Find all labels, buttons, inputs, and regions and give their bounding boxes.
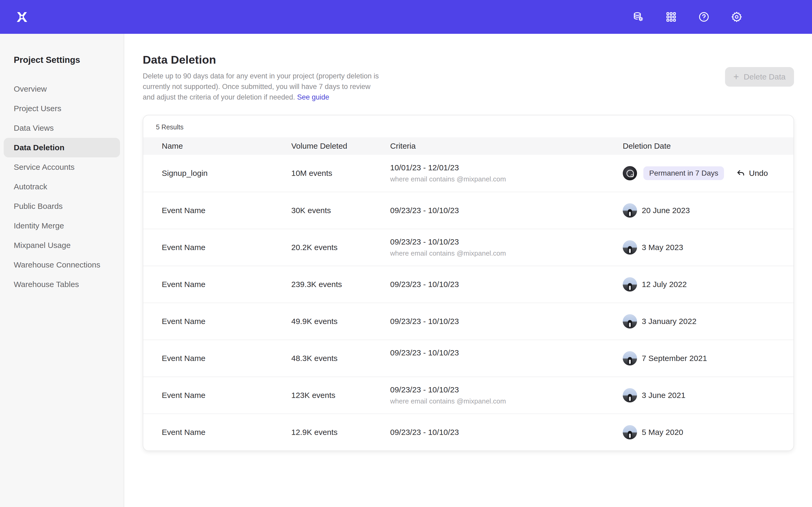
deletion-date-text: 3 January 2022 [642, 317, 697, 326]
undo-button[interactable]: Undo [736, 169, 768, 178]
volume-deleted-cell: 123K events [291, 391, 390, 400]
delete-data-button[interactable]: + Delete Data [725, 67, 794, 87]
undo-icon [736, 169, 745, 178]
table-row: Event Name 48.3K events 09/23/23 - 10/10… [143, 340, 794, 377]
mixpanel-logo[interactable]: X [13, 8, 31, 26]
criteria-date-range: 09/23/23 - 10/10/23 [390, 279, 623, 290]
deletion-date-text: 20 June 2023 [642, 206, 690, 215]
criteria-cell: 09/23/23 - 10/10/23 where email contains… [390, 385, 623, 406]
avatar [623, 240, 637, 255]
volume-deleted-cell: 10M events [291, 169, 390, 178]
column-header-deletion-date: Deletion Date [623, 142, 794, 151]
sidebar-item-identity-merge[interactable]: Identity Merge [4, 216, 120, 235]
criteria-date-range: 10/01/23 - 12/01/23 [390, 162, 623, 173]
avatar [623, 388, 637, 402]
avatar [623, 351, 637, 365]
avatar [623, 203, 637, 218]
see-guide-link[interactable]: See guide [297, 93, 329, 101]
deletion-date-cell: 5 May 2020 [623, 425, 794, 439]
topbar-icon-group [632, 0, 743, 34]
volume-deleted-cell: 20.2K events [291, 243, 390, 252]
deletion-date-cell: 7 September 2021 [623, 351, 794, 365]
deletion-date-cell: 3 May 2023 [623, 240, 794, 255]
deletion-date-text: 7 September 2021 [642, 354, 707, 363]
criteria-cell: 09/23/23 - 10/10/23 [390, 316, 623, 327]
sidebar-item-project-users[interactable]: Project Users [4, 99, 120, 118]
criteria-cell: 10/01/23 - 12/01/23 where email contains… [390, 162, 623, 184]
event-name-cell: Event Name [143, 354, 291, 363]
criteria-cell: 09/23/23 - 10/10/23 where email contains… [390, 237, 623, 258]
deletion-date-text: 12 July 2022 [642, 280, 687, 289]
sidebar-item-warehouse-tables[interactable]: Warehouse Tables [4, 275, 120, 294]
page-header: Data Deletion Delete up to 90 days data … [124, 34, 812, 103]
event-name-cell: Event Name [143, 243, 291, 252]
sidebar-item-warehouse-connections[interactable]: Warehouse Connections [4, 255, 120, 275]
avatar [623, 166, 637, 180]
apps-grid-icon[interactable] [665, 11, 677, 23]
table-row: Event Name 49.9K events 09/23/23 - 10/10… [143, 302, 794, 340]
criteria-cell: 09/23/23 - 10/10/23 [390, 347, 623, 369]
criteria-date-range: 09/23/23 - 10/10/23 [390, 237, 623, 247]
sidebar-item-public-boards[interactable]: Public Boards [4, 196, 120, 216]
avatar [623, 425, 637, 439]
main-content: Data Deletion Delete up to 90 days data … [124, 34, 812, 507]
page-title: Data Deletion [143, 53, 794, 66]
sidebar-item-data-views[interactable]: Data Views [4, 118, 120, 138]
undo-label: Undo [749, 169, 768, 178]
table-row: Event Name 12.9K events 09/23/23 - 10/10… [143, 413, 794, 450]
sidebar-heading: Project Settings [0, 34, 124, 65]
column-header-name: Name [143, 142, 291, 151]
deletion-date-cell: 12 July 2022 [623, 277, 794, 291]
table-body: Signup_login 10M events 10/01/23 - 12/01… [143, 155, 794, 450]
page-description: Delete up to 90 days data for any event … [143, 71, 382, 103]
deletion-requests-card: 5 Results Name Volume Deleted Criteria D… [143, 115, 794, 451]
column-header-volume: Volume Deleted [291, 142, 390, 151]
status-badge: Permanent in 7 Days [643, 166, 724, 180]
criteria-cell: 09/23/23 - 10/10/23 [390, 279, 623, 290]
deletion-date-cell: 20 June 2023 [623, 203, 794, 218]
table-row: Event Name 20.2K events 09/23/23 - 10/10… [143, 229, 794, 266]
criteria-where-clause: where email contains @mixpanel.com [390, 396, 623, 406]
sidebar-item-mixpanel-usage[interactable]: Mixpanel Usage [4, 235, 120, 255]
criteria-cell: 09/23/23 - 10/10/23 [390, 205, 623, 216]
data-management-icon[interactable] [632, 11, 645, 23]
criteria-date-range: 09/23/23 - 10/10/23 [390, 427, 623, 438]
results-count: 5 Results [143, 115, 794, 137]
criteria-date-range: 09/23/23 - 10/10/23 [390, 316, 623, 327]
volume-deleted-cell: 239.3K events [291, 280, 390, 289]
criteria-where-clause [390, 359, 623, 369]
deletion-date-text: 3 June 2021 [642, 391, 686, 400]
criteria-date-range: 09/23/23 - 10/10/23 [390, 347, 623, 358]
sidebar-item-overview[interactable]: Overview [4, 79, 120, 99]
criteria-cell: 09/23/23 - 10/10/23 [390, 427, 623, 438]
volume-deleted-cell: 30K events [291, 206, 390, 215]
table-column-headers: Name Volume Deleted Criteria Deletion Da… [143, 137, 794, 155]
sidebar-item-autotrack[interactable]: Autotrack [4, 177, 120, 196]
deletion-date-cell: 3 June 2021 [623, 388, 794, 402]
avatar [623, 314, 637, 329]
criteria-where-clause: where email contains @mixpanel.com [390, 174, 623, 184]
plus-icon: + [733, 72, 739, 81]
project-settings-sidebar: Project Settings OverviewProject UsersDa… [0, 34, 124, 507]
deletion-date-cell: Permanent in 7 Days Undo [623, 166, 794, 180]
deletion-date-cell: 3 January 2022 [623, 314, 794, 329]
event-name-cell: Signup_login [143, 169, 291, 178]
sidebar-item-data-deletion[interactable]: Data Deletion [4, 138, 120, 157]
help-icon[interactable] [698, 11, 710, 23]
volume-deleted-cell: 49.9K events [291, 317, 390, 326]
criteria-where-clause: where email contains @mixpanel.com [390, 248, 623, 258]
event-name-cell: Event Name [143, 206, 291, 215]
event-name-cell: Event Name [143, 280, 291, 289]
table-row: Signup_login 10M events 10/01/23 - 12/01… [143, 155, 794, 192]
avatar [623, 277, 637, 291]
criteria-date-range: 09/23/23 - 10/10/23 [390, 205, 623, 216]
volume-deleted-cell: 12.9K events [291, 428, 390, 437]
settings-gear-icon[interactable] [730, 11, 743, 23]
criteria-date-range: 09/23/23 - 10/10/23 [390, 385, 623, 395]
event-name-cell: Event Name [143, 428, 291, 437]
sidebar-item-service-accounts[interactable]: Service Accounts [4, 157, 120, 177]
top-bar: X [0, 0, 812, 34]
deletion-date-text: 3 May 2023 [642, 243, 683, 252]
table-row: Event Name 123K events 09/23/23 - 10/10/… [143, 377, 794, 413]
sidebar-nav: OverviewProject UsersData ViewsData Dele… [0, 79, 124, 294]
